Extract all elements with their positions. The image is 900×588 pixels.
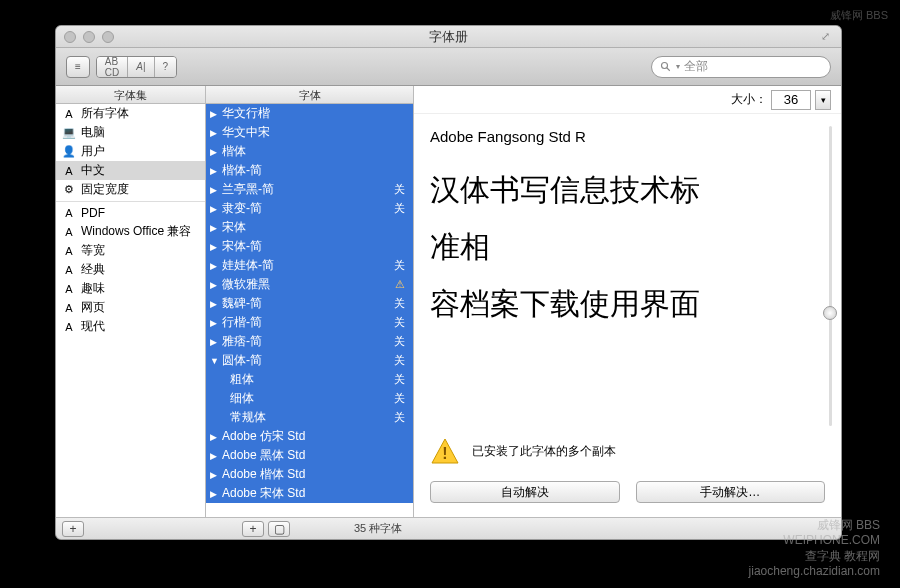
font-item[interactable]: ▶Adobe 楷体 Std	[206, 465, 413, 484]
collection-item[interactable]: A趣味	[56, 279, 205, 298]
disclosure-triangle-icon[interactable]: ▶	[210, 204, 220, 214]
disclosure-triangle-icon[interactable]: ▶	[210, 432, 220, 442]
collection-label: 用户	[81, 143, 105, 160]
content-area: 字体集 A所有字体💻电脑👤用户A中文⚙固定宽度APDFAWindows Offi…	[56, 86, 841, 517]
collection-icon: A	[62, 206, 76, 220]
fonts-column: 字体 ▶华文行楷▶华文中宋▶楷体▶楷体-简▶兰亭黑-简关▶隶变-简关▶宋体▶宋体…	[206, 86, 414, 517]
disclosure-triangle-icon[interactable]: ▶	[210, 299, 220, 309]
font-item[interactable]: ▶魏碑-简关	[206, 294, 413, 313]
fonts-list[interactable]: ▶华文行楷▶华文中宋▶楷体▶楷体-简▶兰亭黑-简关▶隶变-简关▶宋体▶宋体-简▶…	[206, 104, 413, 517]
disclosure-triangle-icon[interactable]: ▶	[210, 128, 220, 138]
search-dropdown-icon[interactable]: ▾	[676, 62, 680, 71]
font-badge: 关	[394, 353, 405, 368]
font-item[interactable]: 粗体关	[206, 370, 413, 389]
collection-item[interactable]: 👤用户	[56, 142, 205, 161]
font-label: 雅痞-简	[222, 333, 262, 350]
font-item[interactable]: ▶宋体	[206, 218, 413, 237]
disclosure-triangle-icon[interactable]: ▶	[210, 318, 220, 328]
svg-line-1	[667, 67, 670, 70]
view-sample-button[interactable]: ABCD	[97, 57, 128, 77]
font-item[interactable]: ▶华文中宋	[206, 123, 413, 142]
font-item[interactable]: ▶微软雅黑⚠	[206, 275, 413, 294]
view-help-button[interactable]: ?	[155, 57, 177, 77]
size-input[interactable]	[771, 90, 811, 110]
add-font-button[interactable]: +	[242, 521, 264, 537]
view-mode-group: ABCD A| ?	[96, 56, 177, 78]
status-text: 35 种字体	[354, 521, 402, 536]
font-item[interactable]: ▶Adobe 宋体 Std	[206, 484, 413, 503]
font-item[interactable]: ▶隶变-简关	[206, 199, 413, 218]
font-item[interactable]: ▶Adobe 仿宋 Std	[206, 427, 413, 446]
disclosure-triangle-icon[interactable]: ▼	[210, 356, 220, 366]
sample-text-1: 汉体书写信息技术标	[430, 161, 825, 218]
font-badge: 关	[394, 201, 405, 216]
font-item[interactable]: ▶雅痞-简关	[206, 332, 413, 351]
view-list-button[interactable]: ≡	[66, 56, 90, 78]
disclosure-triangle-icon[interactable]: ▶	[210, 451, 220, 461]
collection-item[interactable]: ⚙固定宽度	[56, 180, 205, 199]
font-item[interactable]: ▶行楷-简关	[206, 313, 413, 332]
font-item[interactable]: ▶兰亭黑-简关	[206, 180, 413, 199]
auto-resolve-button[interactable]: 自动解决	[430, 481, 620, 503]
font-label: 兰亭黑-简	[222, 181, 274, 198]
search-field[interactable]: ▾ 全部	[651, 56, 831, 78]
collections-list[interactable]: A所有字体💻电脑👤用户A中文⚙固定宽度APDFAWindows Office 兼…	[56, 104, 205, 517]
font-item[interactable]: ▼圆体-简关	[206, 351, 413, 370]
collections-header: 字体集	[56, 86, 205, 104]
font-badge: 关	[394, 315, 405, 330]
collection-icon: A	[62, 107, 76, 121]
view-info-button[interactable]: A|	[128, 57, 154, 77]
font-item[interactable]: ▶娃娃体-简关	[206, 256, 413, 275]
disclosure-triangle-icon[interactable]: ▶	[210, 109, 220, 119]
sample-text-3: 容档案下载使用界面	[430, 275, 825, 332]
disclosure-triangle-icon[interactable]: ▶	[210, 280, 220, 290]
collection-item[interactable]: 💻电脑	[56, 123, 205, 142]
collection-item[interactable]: A中文	[56, 161, 205, 180]
size-slider[interactable]	[823, 126, 837, 426]
disclosure-triangle-icon[interactable]: ▶	[210, 147, 220, 157]
manual-resolve-button[interactable]: 手动解决…	[636, 481, 826, 503]
collection-item[interactable]: APDF	[56, 201, 205, 222]
disclosure-triangle-icon[interactable]: ▶	[210, 185, 220, 195]
font-item[interactable]: 细体关	[206, 389, 413, 408]
collection-icon: 💻	[62, 126, 76, 140]
font-item[interactable]: ▶宋体-简	[206, 237, 413, 256]
add-collection-button[interactable]: +	[62, 521, 84, 537]
font-item[interactable]: ▶楷体	[206, 142, 413, 161]
fonts-header: 字体	[206, 86, 413, 104]
disclosure-triangle-icon[interactable]: ▶	[210, 223, 220, 233]
preview-body: Adobe Fangsong Std R 汉体书写信息技术标 准相 容档案下载使…	[414, 114, 841, 427]
collection-item[interactable]: A经典	[56, 260, 205, 279]
collection-label: 所有字体	[81, 105, 129, 122]
font-label: 隶变-简	[222, 200, 262, 217]
collection-item[interactable]: A网页	[56, 298, 205, 317]
font-label: 细体	[230, 390, 254, 407]
collection-item[interactable]: A等宽	[56, 241, 205, 260]
font-label: 华文行楷	[222, 105, 270, 122]
disclosure-triangle-icon[interactable]: ▶	[210, 337, 220, 347]
resolve-buttons: 自动解决 手动解决…	[414, 475, 841, 517]
slider-thumb[interactable]	[823, 306, 837, 320]
collections-column: 字体集 A所有字体💻电脑👤用户A中文⚙固定宽度APDFAWindows Offi…	[56, 86, 206, 517]
collection-item[interactable]: A所有字体	[56, 104, 205, 123]
collection-label: 中文	[81, 162, 105, 179]
fullscreen-icon[interactable]: ⤢	[821, 30, 835, 44]
font-item[interactable]: ▶Adobe 黑体 Std	[206, 446, 413, 465]
collection-icon: A	[62, 263, 76, 277]
disclosure-triangle-icon[interactable]: ▶	[210, 166, 220, 176]
disclosure-triangle-icon[interactable]: ▶	[210, 242, 220, 252]
font-label: Adobe 黑体 Std	[222, 447, 305, 464]
disclosure-triangle-icon[interactable]: ▶	[210, 261, 220, 271]
collection-label: PDF	[81, 206, 105, 220]
font-item[interactable]: ▶楷体-简	[206, 161, 413, 180]
collection-item[interactable]: AWindows Office 兼容	[56, 222, 205, 241]
font-item[interactable]: 常规体关	[206, 408, 413, 427]
size-stepper[interactable]: ▾	[815, 90, 831, 110]
disable-font-button[interactable]: ▢	[268, 521, 290, 537]
disclosure-triangle-icon[interactable]: ▶	[210, 489, 220, 499]
font-item[interactable]: ▶华文行楷	[206, 104, 413, 123]
collection-item[interactable]: A现代	[56, 317, 205, 336]
font-badge: 关	[394, 182, 405, 197]
disclosure-triangle-icon[interactable]: ▶	[210, 470, 220, 480]
font-badge: 关	[394, 334, 405, 349]
